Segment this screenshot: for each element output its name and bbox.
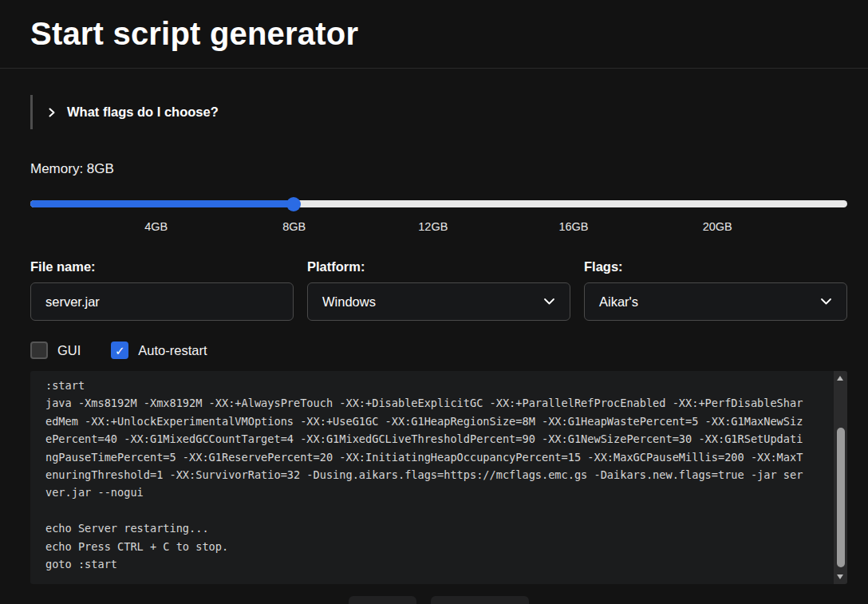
tick-label: 8GB [282, 220, 306, 233]
script-output-textarea[interactable]: :start java -Xms8192M -Xmx8192M -XX:+Alw… [30, 371, 847, 584]
checkmark-icon: ✓ [115, 345, 125, 357]
vertical-scrollbar[interactable] [834, 371, 847, 584]
platform-field-group: Platform: Windows [307, 259, 570, 321]
copy-button[interactable]: Copy [349, 596, 416, 604]
platform-select[interactable]: Windows [307, 282, 570, 321]
faq-summary-label: What flags do I choose? [67, 105, 219, 120]
faq-disclosure[interactable]: What flags do I choose? [30, 95, 219, 129]
tick-label: 16GB [558, 220, 588, 233]
flags-label: Flags: [584, 259, 847, 274]
script-text: :start java -Xms8192M -Xmx8192M -XX:+Alw… [45, 377, 828, 581]
memory-slider[interactable] [30, 196, 847, 211]
gui-checkbox-label: GUI [57, 343, 81, 358]
platform-label: Platform: [307, 259, 570, 274]
auto-restart-checkbox-label: Auto-restart [138, 343, 207, 358]
chevron-down-icon [543, 298, 555, 306]
chevron-right-icon [47, 107, 57, 118]
flags-selected-value: Aikar's [599, 294, 638, 310]
gui-checkbox[interactable] [30, 341, 48, 359]
memory-value-label: Memory: 8GB [30, 161, 847, 177]
file-name-label: File name: [30, 259, 294, 274]
page-header: Start script generator [0, 0, 868, 69]
tick-label: 12GB [418, 220, 448, 233]
flags-select[interactable]: Aikar's [584, 282, 847, 321]
flags-field-group: Flags: Aikar's [584, 259, 847, 321]
main-content: What flags do I choose? Memory: 8GB 4GB … [0, 95, 868, 604]
options-row: GUI ✓ Auto-restart [30, 341, 847, 359]
form-row: File name: Platform: Windows Flags: Aika… [30, 259, 847, 321]
auto-restart-checkbox[interactable]: ✓ [111, 341, 128, 359]
scrollbar-thumb[interactable] [837, 428, 845, 567]
file-name-input[interactable] [30, 282, 294, 321]
action-buttons: Copy Download [30, 596, 847, 604]
tick-label: 20GB [703, 220, 732, 233]
download-button[interactable]: Download [431, 596, 529, 604]
slider-tick-labels: 4GB 8GB 12GB 16GB 20GB [30, 220, 847, 238]
slider-fill [30, 200, 294, 207]
page-title: Start script generator [30, 16, 358, 52]
platform-selected-value: Windows [322, 294, 376, 310]
scroll-down-arrow-icon[interactable] [837, 574, 843, 579]
tick-label: 4GB [144, 220, 168, 233]
slider-thumb[interactable] [286, 197, 301, 211]
chevron-down-icon [820, 298, 832, 306]
file-name-field-group: File name: [30, 259, 294, 321]
scroll-up-arrow-icon[interactable] [837, 376, 843, 381]
